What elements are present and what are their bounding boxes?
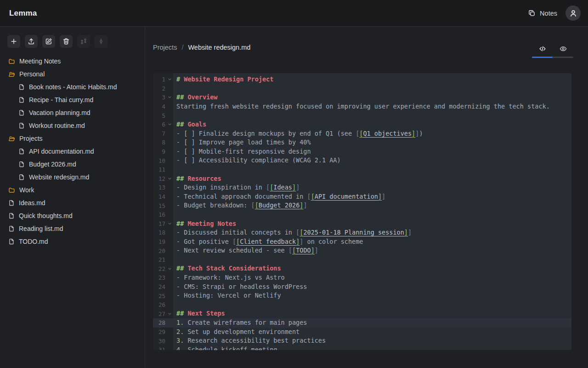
editor-line-11[interactable]: 11 — [153, 165, 571, 174]
editor-line-14[interactable]: 14- Technical approach documented in [[A… — [153, 192, 571, 201]
tab-preview[interactable] — [553, 41, 573, 57]
line-number: 4 — [153, 103, 166, 110]
code-line-content[interactable]: 2. Set up development environment — [173, 328, 571, 337]
fold-toggle-icon[interactable] — [166, 77, 173, 81]
code-line-content[interactable]: - [ ] Mobile-first responsive design — [173, 147, 571, 156]
code-line-content[interactable]: - Got positive [[Client feedback]] on co… — [173, 237, 571, 247]
code-line-content[interactable]: - Discussed initial concepts in [[2025-0… — [173, 228, 571, 237]
tree-file-workout-routine[interactable]: Workout routine.md — [0, 119, 145, 132]
code-line-content[interactable]: - Next review scheduled - see [[TODO]] — [173, 246, 571, 255]
editor-line-19[interactable]: 19- Got positive [[Client feedback]] on … — [153, 237, 571, 247]
editor-line-2[interactable]: 2 — [153, 84, 571, 93]
delete-note-button[interactable] — [60, 35, 73, 48]
code-line-content[interactable]: ## Meeting Notes — [173, 219, 571, 229]
fold-toggle-icon[interactable] — [166, 312, 173, 316]
code-line-content[interactable] — [173, 111, 571, 120]
tree-file-budget-2026[interactable]: Budget 2026.md — [0, 158, 145, 171]
tree-file-api-documentation[interactable]: API documentation.md — [0, 145, 145, 158]
code-line-content[interactable] — [173, 84, 571, 93]
code-line-content[interactable]: - [ ] Finalize design mockups by end of … — [173, 129, 571, 138]
code-line-content[interactable]: - Technical approach documented in [[API… — [173, 192, 571, 201]
code-line-content[interactable]: - Budget breakdown: [[Budget 2026]] — [173, 201, 571, 210]
code-line-content[interactable]: ## Resources — [173, 174, 571, 184]
editor-line-4[interactable]: 4Starting fresh website redesign focused… — [153, 102, 571, 111]
tree-folder-personal[interactable]: Personal — [0, 68, 145, 80]
git-commit-button[interactable] — [95, 35, 107, 48]
new-note-button[interactable] — [7, 35, 20, 48]
code-line-content[interactable]: Starting fresh website redesign focused … — [173, 102, 571, 111]
tree-file-book-notes-atomic-habits[interactable]: Book notes - Atomic Habits.md — [0, 80, 145, 93]
edit-note-button[interactable] — [42, 35, 55, 48]
editor-line-16[interactable]: 16 — [153, 210, 571, 219]
tree-folder-work[interactable]: Work — [0, 184, 145, 196]
editor-line-30[interactable]: 303. Research accessibility best practic… — [153, 336, 571, 345]
fold-toggle-icon[interactable] — [166, 122, 173, 126]
fold-toggle-icon[interactable] — [166, 222, 173, 226]
editor-line-22[interactable]: 22## Tech Stack Considerations — [153, 264, 571, 273]
code-line-content[interactable]: # Website Redesign Project — [173, 75, 571, 84]
line-number: 9 — [153, 148, 166, 155]
editor-line-23[interactable]: 23- Framework: Next.js vs Astro — [153, 273, 571, 282]
editor-line-1[interactable]: 1# Website Redesign Project — [153, 75, 571, 84]
code-line-content[interactable]: 1. Create wireframes for main pages — [173, 318, 571, 328]
tree-file-recipe-thai-curry[interactable]: Recipe - Thai curry.md — [0, 93, 145, 106]
tree-folder-meeting-notes[interactable]: Meeting Notes — [0, 55, 145, 68]
editor-line-28[interactable]: 281. Create wireframes for main pages — [153, 318, 571, 328]
code-line-content[interactable] — [173, 165, 571, 174]
code-line-content[interactable]: ## Overview — [173, 93, 571, 102]
editor-line-20[interactable]: 20- Next review scheduled - see [[TODO]] — [153, 246, 571, 255]
editor-line-15[interactable]: 15- Budget breakdown: [[Budget 2026]] — [153, 201, 571, 210]
code-line-content[interactable] — [173, 255, 571, 264]
tab-source-view[interactable] — [532, 41, 553, 57]
code-line-content[interactable]: - Design inspiration in [[Ideas]] — [173, 183, 571, 192]
editor-line-6[interactable]: 6## Goals — [153, 120, 571, 129]
code-line-content[interactable]: - Framework: Next.js vs Astro — [173, 273, 571, 282]
code-line-content[interactable]: ## Tech Stack Considerations — [173, 264, 571, 273]
tree-file-ideas[interactable]: Ideas.md — [0, 196, 145, 209]
editor-line-5[interactable]: 5 — [153, 111, 571, 120]
editor-line-10[interactable]: 10- [ ] Accessibility compliance (WCAG 2… — [153, 156, 571, 165]
folder-open-icon — [8, 71, 15, 78]
tree-item-label: Budget 2026.md — [29, 161, 76, 168]
editor-line-21[interactable]: 21 — [153, 255, 571, 264]
code-line-content[interactable] — [173, 210, 571, 219]
avatar[interactable] — [565, 6, 581, 21]
git-compare-button[interactable] — [77, 35, 90, 48]
tree-file-website-redesign[interactable]: Website redesign.md — [0, 171, 145, 184]
breadcrumb-parent[interactable]: Projects — [153, 44, 177, 51]
code-line-content[interactable]: 4. Schedule kickoff meeting — [173, 345, 571, 350]
editor-line-17[interactable]: 17## Meeting Notes — [153, 219, 571, 229]
fold-toggle-icon[interactable] — [166, 177, 173, 181]
tree-file-vacation-planning[interactable]: Vacation planning.md — [0, 106, 145, 119]
upload-button[interactable] — [25, 35, 38, 48]
code-line-content[interactable] — [173, 300, 571, 310]
editor-line-12[interactable]: 12## Resources — [153, 174, 571, 184]
tree-file-todo[interactable]: TODO.md — [0, 235, 145, 248]
code-line-content[interactable]: - Hosting: Vercel or Netlify — [173, 291, 571, 300]
code-line-content[interactable]: - CMS: Strapi or headless WordPress — [173, 282, 571, 292]
markdown-editor[interactable]: 1# Website Redesign Project23## Overview… — [153, 73, 571, 350]
editor-line-18[interactable]: 18- Discussed initial concepts in [[2025… — [153, 228, 571, 237]
editor-line-27[interactable]: 27## Next Steps — [153, 309, 571, 318]
code-line-content[interactable]: - [ ] Improve page load times by 40% — [173, 138, 571, 147]
code-line-content[interactable]: - [ ] Accessibility compliance (WCAG 2.1… — [173, 156, 571, 165]
fold-toggle-icon[interactable] — [166, 95, 173, 99]
tree-file-quick-thoughts[interactable]: Quick thoughts.md — [0, 209, 145, 222]
editor-line-3[interactable]: 3## Overview — [153, 93, 571, 102]
fold-toggle-icon[interactable] — [166, 267, 173, 271]
editor-line-25[interactable]: 25- Hosting: Vercel or Netlify — [153, 291, 571, 300]
tree-folder-projects[interactable]: Projects — [0, 132, 145, 145]
notes-button[interactable]: Notes — [528, 9, 557, 17]
editor-line-31[interactable]: 314. Schedule kickoff meeting — [153, 345, 571, 350]
editor-line-24[interactable]: 24- CMS: Strapi or headless WordPress — [153, 282, 571, 292]
code-line-content[interactable]: ## Next Steps — [173, 309, 571, 318]
editor-line-7[interactable]: 7- [ ] Finalize design mockups by end of… — [153, 129, 571, 138]
code-line-content[interactable]: ## Goals — [173, 120, 571, 129]
editor-line-9[interactable]: 9- [ ] Mobile-first responsive design — [153, 147, 571, 156]
editor-line-8[interactable]: 8- [ ] Improve page load times by 40% — [153, 138, 571, 147]
editor-line-29[interactable]: 292. Set up development environment — [153, 328, 571, 337]
editor-line-13[interactable]: 13- Design inspiration in [[Ideas]] — [153, 183, 571, 192]
code-line-content[interactable]: 3. Research accessibility best practices — [173, 336, 571, 345]
tree-file-reading-list[interactable]: Reading list.md — [0, 222, 145, 235]
editor-line-26[interactable]: 26 — [153, 300, 571, 310]
